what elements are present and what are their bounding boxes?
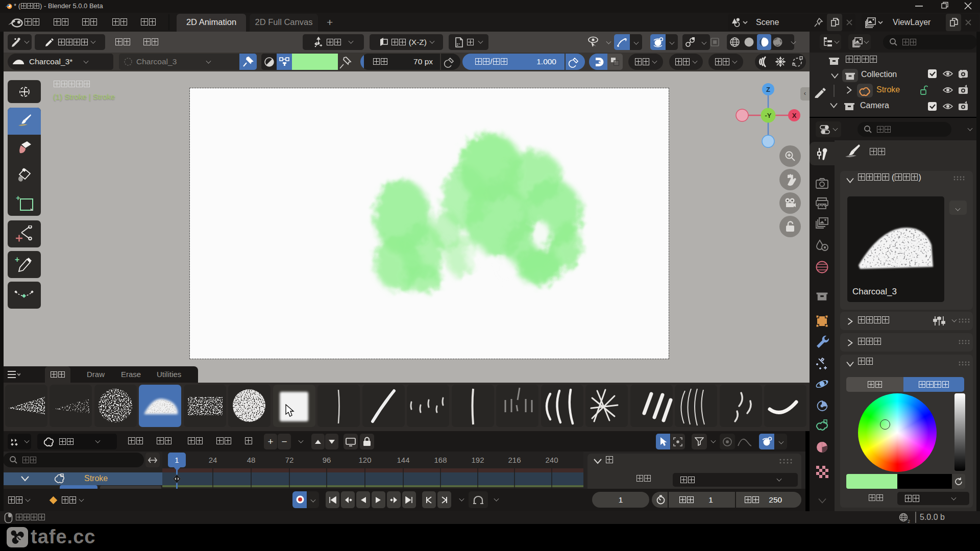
svg-text:72: 72 [285,456,294,464]
svg-text:Z: Z [766,86,770,93]
svg-text:-Y: -Y [765,112,772,119]
svg-text:Charcoal_3: Charcoal_3 [852,287,897,296]
svg-text:168: 168 [434,456,447,464]
svg-text:216: 216 [508,456,521,464]
svg-text:+: + [15,256,19,264]
svg-text:120: 120 [358,456,371,464]
svg-text:96: 96 [323,456,331,464]
svg-text:240: 240 [545,456,558,464]
svg-text:48: 48 [247,456,256,464]
svg-text:192: 192 [471,456,484,464]
svg-text:24: 24 [209,456,217,464]
svg-text:+: + [16,194,20,202]
svg-text:144: 144 [397,456,409,464]
svg-text:X: X [792,112,797,119]
svg-text:2: 2 [908,519,910,523]
